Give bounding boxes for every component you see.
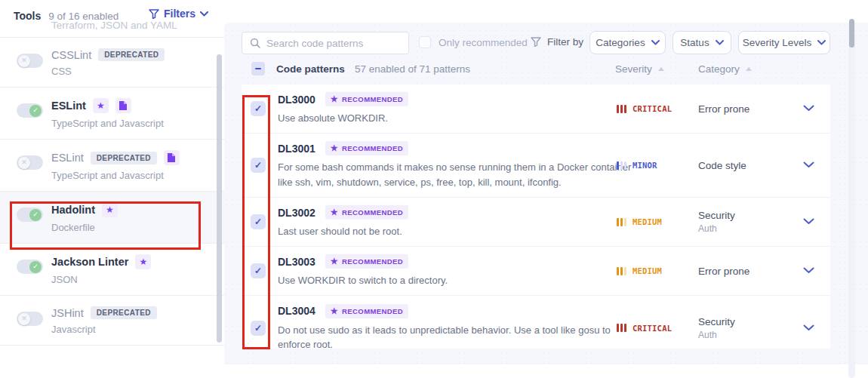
status-dropdown[interactable]: Status [673, 31, 731, 54]
pattern-checkbox[interactable]: ✓ [251, 321, 266, 336]
tool-item-eslint-deprecated[interactable]: ✕ ESLint DEPRECATED TypeScript and Javas… [0, 140, 224, 192]
category-label: Security [698, 316, 735, 327]
severity-levels-dropdown-label: Severity Levels [743, 37, 812, 48]
pattern-row-dl3001[interactable]: ✓ DL3001 ★RECOMMENDED For some bash comm… [242, 134, 830, 198]
pattern-row-dl3002[interactable]: ✓ DL3002 ★RECOMMENDED Last user should n… [242, 198, 830, 247]
deprecated-badge: DEPRECATED [98, 48, 165, 61]
expand-chevron-icon[interactable] [803, 267, 814, 274]
pattern-row-dl3003[interactable]: ✓ DL3003 ★RECOMMENDED Use WORKDIR to swi… [242, 247, 830, 296]
tool-toggle-on[interactable]: ✓ [17, 103, 43, 118]
expand-chevron-icon[interactable] [803, 161, 814, 168]
only-recommended-checkbox[interactable] [419, 36, 431, 48]
deprecated-badge: DEPRECATED [91, 306, 157, 319]
expand-chevron-icon[interactable] [803, 218, 814, 225]
tool-toggle-off[interactable]: ✕ [17, 54, 43, 68]
category-column-header[interactable]: Category [698, 63, 752, 75]
pattern-description: Use absolute WORKDIR. [278, 111, 639, 126]
select-all-checkbox[interactable] [251, 62, 265, 75]
chevron-down-icon [716, 40, 724, 45]
star-icon: ★ [331, 306, 338, 316]
tools-sidebar: Tools 9 of 16 enabled Filters Terraform,… [0, 0, 224, 378]
pattern-row-dl3000[interactable]: ✓ DL3000 ★RECOMMENDED Use absolute WORKD… [242, 85, 830, 134]
severity-indicator: MEDIUM [617, 266, 662, 275]
sort-asc-icon [658, 67, 664, 71]
tool-subtitle: JSON [51, 274, 211, 285]
severity-column-header[interactable]: Severity [615, 63, 664, 75]
expand-chevron-icon[interactable] [803, 324, 814, 331]
search-input[interactable] [266, 38, 395, 49]
deprecated-badge: DEPRECATED [91, 152, 157, 164]
tool-item-hadolint[interactable]: ✓ Hadolint ★ Dockerfile [0, 192, 224, 244]
toggle-knob-check-icon: ✓ [29, 105, 42, 117]
tool-subtitle: TypeScript and Javascript [51, 118, 211, 129]
tool-toggle-off[interactable]: ✕ [17, 155, 43, 170]
main-scrollbar-thumb[interactable] [849, 19, 854, 48]
main-scrollbar-track[interactable] [848, 26, 855, 378]
severity-levels-dropdown[interactable]: Severity Levels [738, 31, 830, 54]
severity-indicator: CRITICAL [617, 324, 672, 333]
pattern-checkbox[interactable]: ✓ [251, 263, 266, 278]
filters-dropdown[interactable]: Filters [149, 8, 208, 20]
toggle-knob-check-icon: ✓ [29, 261, 42, 273]
severity-column-label: Severity [615, 63, 652, 75]
filters-label: Filters [164, 8, 195, 20]
pattern-description: Last user should not be root. [278, 224, 639, 239]
star-icon: ★ [331, 257, 338, 266]
subcategory-label: Auth [698, 223, 735, 234]
pattern-checkbox[interactable]: ✓ [251, 214, 266, 229]
indeterminate-icon [255, 68, 261, 69]
categories-dropdown-label: Categories [596, 37, 645, 48]
severity-label: MEDIUM [633, 266, 662, 275]
star-icon: ★ [331, 94, 338, 104]
patterns-list-header: Code patterns 57 enabled of 71 patterns … [242, 60, 830, 80]
categories-dropdown[interactable]: Categories [589, 31, 666, 54]
star-icon: ★ [135, 254, 151, 269]
tool-item-partial[interactable]: Terraform, JSON and YAML [0, 21, 224, 38]
pattern-checkbox[interactable]: ✓ [251, 158, 266, 173]
severity-bars-icon [617, 105, 626, 113]
tool-list: Terraform, JSON and YAML ✕ CSSLint DEPRE… [0, 21, 224, 346]
recommended-label: RECOMMENDED [342, 307, 403, 315]
sort-asc-icon [746, 67, 752, 71]
tool-subtitle: TypeScript and Javascript [51, 170, 211, 181]
tool-name: JSHint [51, 307, 84, 319]
recommended-label: RECOMMENDED [342, 144, 403, 152]
filter-by: Filter by [531, 36, 583, 48]
pattern-id: DL3002 [278, 206, 315, 218]
star-icon: ★ [102, 202, 118, 217]
tool-toggle-on[interactable]: ✓ [17, 260, 43, 274]
tool-name: ESLint [51, 152, 84, 164]
category-label: Security [698, 210, 735, 221]
pattern-checkbox[interactable]: ✓ [251, 101, 266, 116]
toggle-knob-x-icon: ✕ [18, 55, 30, 67]
chevron-down-icon [817, 40, 826, 45]
list-title: Code patterns [276, 63, 345, 75]
severity-label: CRITICAL [633, 104, 672, 113]
category-cell: Security Auth [698, 316, 735, 340]
star-icon: ★ [331, 207, 338, 217]
tool-name: Hadolint [51, 204, 95, 216]
tool-toggle-off[interactable]: ✕ [17, 312, 43, 326]
pattern-row-dl3004[interactable]: ✓ DL3004 ★RECOMMENDED Do not use sudo as… [242, 296, 830, 349]
severity-bars-icon [617, 161, 626, 170]
list-summary: 57 enabled of 71 patterns [355, 63, 470, 75]
category-cell: Error prone [698, 266, 749, 277]
tool-toggle-on[interactable]: ✓ [17, 207, 43, 222]
tool-item-jackson-linter[interactable]: ✓ Jackson Linter ★ JSON [0, 244, 224, 296]
tool-subtitle: Javascript [51, 324, 211, 335]
tool-item-jshint[interactable]: ✕ JSHint DEPRECATED Javascript [0, 296, 224, 346]
expand-chevron-icon[interactable] [803, 105, 814, 112]
pattern-description: Do not use sudo as it leads to unpredict… [278, 323, 639, 349]
tool-item-csslint[interactable]: ✕ CSSLint DEPRECATED CSS [0, 38, 224, 88]
tool-item-eslint[interactable]: ✓ ESLint ★ TypeScript and Javascript [0, 88, 224, 140]
funnel-icon [149, 9, 159, 19]
severity-indicator: MEDIUM [617, 217, 662, 226]
doc-icon [115, 98, 131, 113]
sidebar-scrollbar[interactable] [217, 54, 222, 343]
toggle-knob-x-icon: ✕ [18, 157, 30, 169]
category-column-label: Category [698, 63, 740, 75]
severity-bars-icon [617, 218, 626, 226]
category-label: Error prone [698, 103, 749, 115]
severity-label: CRITICAL [633, 324, 672, 333]
only-recommended-filter[interactable]: Only recommended [419, 36, 528, 48]
